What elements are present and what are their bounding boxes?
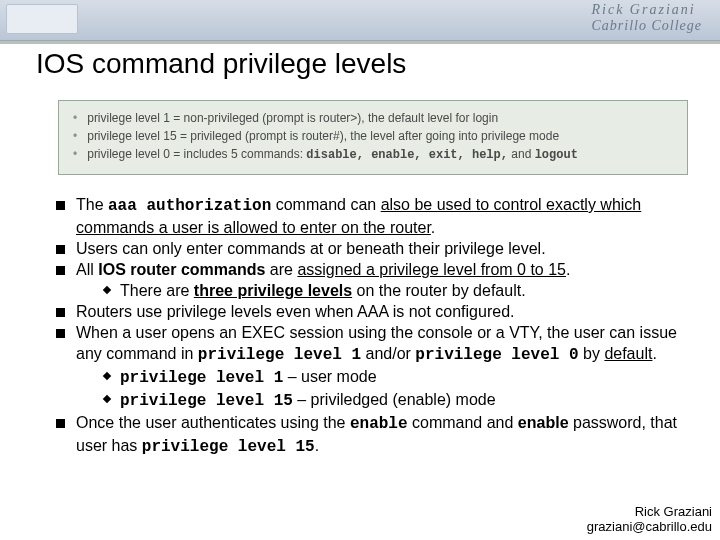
b1-code: aaa authorization — [108, 197, 271, 215]
b6-pre: Once the user authenticates using the — [76, 414, 350, 431]
slide-title: IOS command privilege levels — [36, 48, 406, 80]
b3-mid: are — [265, 261, 297, 278]
bullet-5-sub1: privilege level 1 – user mode — [100, 366, 694, 389]
b6-code2: privilege level 15 — [142, 438, 315, 456]
bullet-2: Users can only enter commands at or bene… — [56, 238, 694, 259]
footer-email: graziani@cabrillo.edu — [587, 519, 712, 534]
brand-author: Rick Graziani — [592, 2, 703, 18]
panel3-last: logout — [535, 148, 578, 162]
brand-org: Cabrillo College — [592, 18, 703, 34]
b3-post: . — [566, 261, 570, 278]
b3s-pre: There are — [120, 282, 194, 299]
b1-post: . — [431, 219, 435, 236]
branding: Rick Graziani Cabrillo College — [592, 2, 703, 34]
b1-pre: The — [76, 196, 108, 213]
b5-underline: default — [604, 345, 652, 362]
b6-post: . — [315, 437, 319, 454]
logo-placeholder — [6, 4, 78, 34]
b5-end: . — [652, 345, 656, 362]
b5s2-text: – priviledged (enable) mode — [293, 391, 496, 408]
info-panel: privilege level 1 = non-privileged (prom… — [58, 100, 688, 175]
b3s-post: on the router by default. — [352, 282, 525, 299]
slide: Rick Graziani Cabrillo College IOS comma… — [0, 0, 720, 540]
b5-post: by — [579, 345, 605, 362]
header-bar: Rick Graziani Cabrillo College — [0, 0, 720, 41]
bullet-6: Once the user authenticates using the en… — [56, 412, 694, 458]
b3-bold: IOS router commands — [98, 261, 265, 278]
b5-code2: privilege level 0 — [415, 346, 578, 364]
b5s2-code: privilege level 15 — [120, 392, 293, 410]
b3-pre: All — [76, 261, 98, 278]
panel3-and: and — [508, 147, 535, 161]
b6-code1: enable — [350, 415, 408, 433]
b3s-underline: three privilege levels — [194, 282, 352, 299]
bullet-4: Routers use privilege levels even when A… — [56, 301, 694, 322]
panel3-cmds: disable, enable, exit, help, — [306, 148, 508, 162]
b6-mid1: command and — [408, 414, 518, 431]
panel-line-2: privilege level 15 = privileged (prompt … — [73, 127, 673, 145]
footer-name: Rick Graziani — [587, 504, 712, 519]
bullet-3-sub: There are three privilege levels on the … — [100, 280, 694, 301]
b3-underline: assigned a privilege level from 0 to 15 — [297, 261, 566, 278]
b5-mid: and/or — [361, 345, 415, 362]
content-area: The aaa authorization command can also b… — [34, 194, 694, 458]
panel3-pre: privilege level 0 = includes 5 commands: — [87, 147, 306, 161]
b5s1-text: – user mode — [283, 368, 376, 385]
bullet-5: When a user opens an EXEC session using … — [56, 322, 694, 412]
b5s1-code: privilege level 1 — [120, 369, 283, 387]
b5-code1: privilege level 1 — [198, 346, 361, 364]
panel-line-1: privilege level 1 = non-privileged (prom… — [73, 109, 673, 127]
footer: Rick Graziani graziani@cabrillo.edu — [587, 504, 712, 534]
bullet-3: All IOS router commands are assigned a p… — [56, 259, 694, 301]
bullet-5-sub2: privilege level 15 – priviledged (enable… — [100, 389, 694, 412]
b6-bold: enable — [518, 414, 569, 431]
bullet-1: The aaa authorization command can also b… — [56, 194, 694, 238]
panel-line-3: privilege level 0 = includes 5 commands:… — [73, 145, 673, 164]
b1-mid: command can — [271, 196, 380, 213]
